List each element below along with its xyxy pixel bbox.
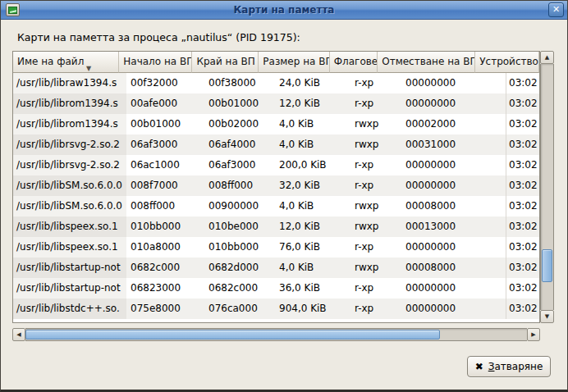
cell-flags: r-xp — [350, 299, 401, 319]
horizontal-scrollbar[interactable]: ◀ ▶ — [12, 328, 540, 341]
cell-vm-start: 00afe000 — [126, 93, 204, 114]
cell-file: /usr/lib/libspeex.so.1 — [13, 217, 126, 237]
table-row[interactable]: /usr/lib/librom1394.s00b0100000b020004,0… — [13, 114, 539, 134]
scroll-down-button[interactable]: ▼ — [540, 310, 554, 323]
column-header-vm-offset[interactable]: Отместване на ВП — [378, 52, 475, 73]
cell-file: /usr/lib/libspeex.so.1 — [13, 237, 126, 258]
horizontal-scrollbar-track[interactable] — [25, 328, 527, 341]
cell-vm-size: 4,0 KiB — [275, 196, 350, 217]
vertical-scrollbar[interactable]: ▲ ▼ — [540, 51, 554, 323]
table-body: /usr/lib/libraw1394.s00f3200000f3800024,… — [13, 73, 539, 322]
cell-vm-offset: 00000000 — [401, 155, 506, 175]
cell-vm-size: 4,0 KiB — [275, 134, 350, 155]
cell-vm-end: 076ca000 — [204, 299, 275, 319]
arrow-left-icon: ◀ — [16, 331, 21, 338]
cell-vm-size: 24,0 KiB — [275, 73, 350, 93]
cell-device: 03:02 — [506, 93, 539, 114]
cell-vm-offset: 00000000 — [401, 278, 506, 299]
column-header-device[interactable]: Устройство — [475, 52, 539, 73]
cell-vm-end: 06af3000 — [204, 155, 275, 175]
cell-device: 03:02 — [506, 175, 539, 196]
cell-file: /usr/lib/libraw1394.s — [13, 73, 126, 93]
cell-flags: r-xp — [350, 175, 401, 196]
vertical-scrollbar-thumb[interactable] — [542, 249, 552, 282]
cell-vm-size: 904,0 KiB — [275, 299, 350, 319]
cell-device: 03:02 — [506, 155, 539, 175]
close-button-x-icon: ✖ — [475, 361, 483, 372]
cell-flags: r-xp — [350, 155, 401, 175]
cell-device: 03:02 — [506, 237, 539, 258]
cell-device: 03:02 — [506, 134, 539, 155]
sort-arrow-icon: ▼ — [86, 58, 91, 73]
titlebar[interactable]: Карти на паметта ✕ — [1, 1, 567, 20]
cell-vm-end: 06af4000 — [204, 134, 275, 155]
cell-vm-size: 12,0 KiB — [275, 93, 350, 114]
cell-vm-offset: 00000000 — [401, 175, 506, 196]
cell-vm-end: 0682d000 — [204, 258, 275, 278]
cell-flags: r-xp — [350, 93, 401, 114]
cell-vm-start: 00f32000 — [126, 73, 204, 93]
cell-device: 03:02 — [506, 278, 539, 299]
cell-file: /usr/lib/librom1394.s — [13, 93, 126, 114]
arrow-up-icon: ▲ — [545, 54, 549, 61]
cell-file: /usr/lib/librsvg-2.so.2 — [13, 155, 126, 175]
cell-vm-size: 4,0 KiB — [275, 114, 350, 134]
cell-vm-size: 12,0 KiB — [275, 217, 350, 237]
table-row[interactable]: /usr/lib/librsvg-2.so.206af300006af40004… — [13, 134, 539, 155]
memory-maps-dialog: Карти на паметта ✕ Карти на паметта за п… — [0, 0, 568, 392]
cell-vm-start: 06ac1000 — [126, 155, 204, 175]
cell-flags: rwxp — [350, 258, 401, 278]
close-icon: ✕ — [552, 4, 560, 15]
table-row[interactable]: /usr/lib/libraw1394.s00f3200000f3800024,… — [13, 73, 539, 93]
vertical-scrollbar-track[interactable] — [540, 64, 554, 310]
window-title: Карти на паметта — [1, 4, 567, 16]
cell-vm-end: 0682c000 — [204, 278, 275, 299]
table-row[interactable]: /usr/lib/libstartup-not0682c0000682d0004… — [13, 258, 539, 278]
table-row[interactable]: /usr/lib/libSM.so.6.0.0008ff000009000004… — [13, 196, 539, 217]
cell-vm-offset: 00000000 — [401, 93, 506, 114]
scroll-up-button[interactable]: ▲ — [540, 51, 554, 64]
cell-vm-start: 008ff000 — [126, 196, 204, 217]
cell-device: 03:02 — [506, 73, 539, 93]
cell-vm-offset: 00000000 — [401, 299, 506, 319]
table-row[interactable]: /usr/lib/libstartup-not068230000682c0003… — [13, 278, 539, 299]
window-close-button[interactable]: ✕ — [548, 2, 564, 17]
scroll-left-button[interactable]: ◀ — [12, 328, 25, 341]
cell-flags: r-xp — [350, 278, 401, 299]
table-row[interactable]: /usr/lib/libSM.so.6.0.0008f7000008ff0003… — [13, 175, 539, 196]
cell-vm-size: 76,0 KiB — [275, 237, 350, 258]
horizontal-scrollbar-thumb[interactable] — [25, 330, 440, 340]
memory-maps-table: Име на файл ▼ Начало на ВП Край на ВП Ра… — [12, 51, 554, 323]
cell-vm-end: 00f38000 — [204, 73, 275, 93]
cell-vm-start: 06823000 — [126, 278, 204, 299]
table-row[interactable]: /usr/lib/librsvg-2.so.206ac100006af30002… — [13, 155, 539, 175]
treeview: Име на файл ▼ Начало на ВП Край на ВП Ра… — [12, 51, 540, 323]
cell-vm-start: 010bb000 — [126, 217, 204, 237]
column-header-vm-end[interactable]: Край на ВП — [192, 52, 259, 73]
column-header-vm-start[interactable]: Начало на ВП — [119, 52, 192, 73]
close-button-label: Затваряне — [488, 361, 543, 372]
table-header-row: Име на файл ▼ Начало на ВП Край на ВП Ра… — [13, 52, 539, 73]
column-header-vm-size[interactable]: Размер на ВП — [259, 52, 329, 73]
cell-vm-size: 200,0 KiB — [275, 155, 350, 175]
column-header-filename[interactable]: Име на файл ▼ — [13, 52, 119, 73]
cell-vm-start: 00b01000 — [126, 114, 204, 134]
cell-file: /usr/lib/librsvg-2.so.2 — [13, 134, 126, 155]
close-dialog-button[interactable]: ✖ Затваряне — [467, 356, 551, 377]
cell-vm-start: 075e8000 — [126, 299, 204, 319]
cell-device: 03:02 — [506, 217, 539, 237]
cell-file: /usr/lib/libstdc++.so. — [13, 299, 126, 319]
table-row[interactable]: /usr/lib/libstdc++.so.075e8000076ca00090… — [13, 299, 539, 319]
cell-file: /usr/lib/libstartup-not — [13, 278, 126, 299]
cell-device: 03:02 — [506, 258, 539, 278]
table-row[interactable]: /usr/lib/libspeex.so.1010bb000010be00012… — [13, 217, 539, 237]
cell-vm-size: 36,0 KiB — [275, 278, 350, 299]
scroll-right-button[interactable]: ▶ — [527, 328, 540, 341]
table-row[interactable]: /usr/lib/librom1394.s00afe00000b0100012,… — [13, 93, 539, 114]
column-header-flags[interactable]: Флагове — [330, 52, 378, 73]
cell-vm-end: 010bb000 — [204, 237, 275, 258]
cell-vm-end: 008ff000 — [204, 175, 275, 196]
cell-vm-offset: 00000000 — [401, 73, 506, 93]
cell-device: 03:02 — [506, 299, 539, 319]
table-row[interactable]: /usr/lib/libspeex.so.1010a8000010bb00076… — [13, 237, 539, 258]
